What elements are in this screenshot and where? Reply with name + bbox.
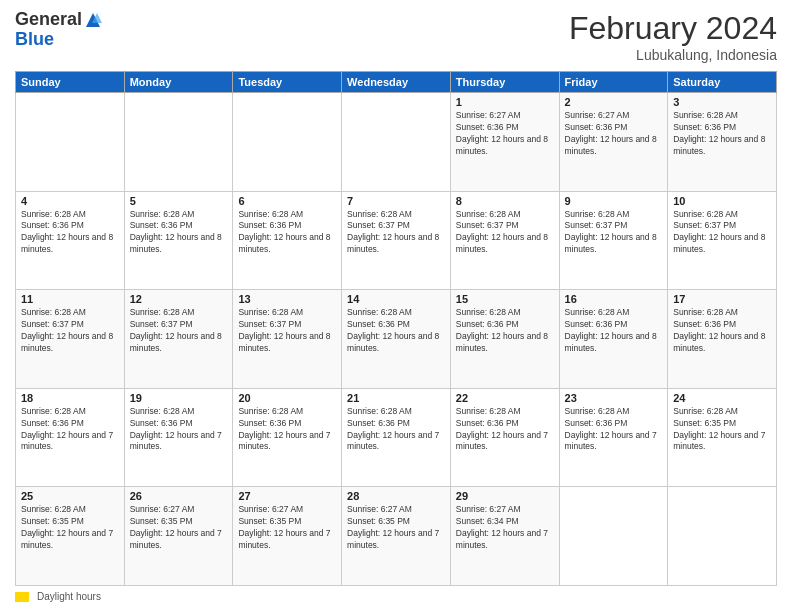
calendar-cell: 3Sunrise: 6:28 AM Sunset: 6:36 PM Daylig… bbox=[668, 93, 777, 192]
day-number: 20 bbox=[238, 392, 336, 404]
cell-sun-info: Sunrise: 6:28 AM Sunset: 6:37 PM Dayligh… bbox=[347, 209, 445, 257]
daylight-icon bbox=[15, 592, 29, 602]
day-header-tuesday: Tuesday bbox=[233, 72, 342, 93]
calendar-cell bbox=[668, 487, 777, 586]
cell-sun-info: Sunrise: 6:27 AM Sunset: 6:35 PM Dayligh… bbox=[238, 504, 336, 552]
cell-sun-info: Sunrise: 6:27 AM Sunset: 6:35 PM Dayligh… bbox=[347, 504, 445, 552]
day-header-sunday: Sunday bbox=[16, 72, 125, 93]
day-number: 8 bbox=[456, 195, 554, 207]
day-header-monday: Monday bbox=[124, 72, 233, 93]
day-header-wednesday: Wednesday bbox=[342, 72, 451, 93]
daylight-label: Daylight hours bbox=[37, 591, 101, 602]
cell-sun-info: Sunrise: 6:28 AM Sunset: 6:36 PM Dayligh… bbox=[238, 209, 336, 257]
day-number: 14 bbox=[347, 293, 445, 305]
calendar-cell: 10Sunrise: 6:28 AM Sunset: 6:37 PM Dayli… bbox=[668, 191, 777, 290]
cell-sun-info: Sunrise: 6:28 AM Sunset: 6:35 PM Dayligh… bbox=[673, 406, 771, 454]
calendar-cell bbox=[233, 93, 342, 192]
calendar-cell: 1Sunrise: 6:27 AM Sunset: 6:36 PM Daylig… bbox=[450, 93, 559, 192]
calendar-cell: 21Sunrise: 6:28 AM Sunset: 6:36 PM Dayli… bbox=[342, 388, 451, 487]
day-number: 22 bbox=[456, 392, 554, 404]
day-number: 25 bbox=[21, 490, 119, 502]
calendar-cell: 29Sunrise: 6:27 AM Sunset: 6:34 PM Dayli… bbox=[450, 487, 559, 586]
cell-sun-info: Sunrise: 6:27 AM Sunset: 6:35 PM Dayligh… bbox=[130, 504, 228, 552]
calendar-cell: 24Sunrise: 6:28 AM Sunset: 6:35 PM Dayli… bbox=[668, 388, 777, 487]
calendar-cell bbox=[124, 93, 233, 192]
header: General Blue February 2024 Lubukalung, I… bbox=[15, 10, 777, 63]
day-number: 16 bbox=[565, 293, 663, 305]
cell-sun-info: Sunrise: 6:28 AM Sunset: 6:36 PM Dayligh… bbox=[347, 307, 445, 355]
day-header-thursday: Thursday bbox=[450, 72, 559, 93]
calendar-cell: 23Sunrise: 6:28 AM Sunset: 6:36 PM Dayli… bbox=[559, 388, 668, 487]
day-number: 13 bbox=[238, 293, 336, 305]
calendar-cell: 17Sunrise: 6:28 AM Sunset: 6:36 PM Dayli… bbox=[668, 290, 777, 389]
calendar-cell: 26Sunrise: 6:27 AM Sunset: 6:35 PM Dayli… bbox=[124, 487, 233, 586]
cell-sun-info: Sunrise: 6:28 AM Sunset: 6:36 PM Dayligh… bbox=[130, 209, 228, 257]
calendar-cell: 8Sunrise: 6:28 AM Sunset: 6:37 PM Daylig… bbox=[450, 191, 559, 290]
calendar-cell: 5Sunrise: 6:28 AM Sunset: 6:36 PM Daylig… bbox=[124, 191, 233, 290]
logo-blue-text: Blue bbox=[15, 30, 102, 50]
calendar-cell: 4Sunrise: 6:28 AM Sunset: 6:36 PM Daylig… bbox=[16, 191, 125, 290]
logo: General Blue bbox=[15, 10, 102, 50]
calendar-cell bbox=[559, 487, 668, 586]
calendar-cell: 22Sunrise: 6:28 AM Sunset: 6:36 PM Dayli… bbox=[450, 388, 559, 487]
calendar-week-row: 11Sunrise: 6:28 AM Sunset: 6:37 PM Dayli… bbox=[16, 290, 777, 389]
cell-sun-info: Sunrise: 6:28 AM Sunset: 6:36 PM Dayligh… bbox=[130, 406, 228, 454]
cell-sun-info: Sunrise: 6:28 AM Sunset: 6:36 PM Dayligh… bbox=[673, 307, 771, 355]
cell-sun-info: Sunrise: 6:28 AM Sunset: 6:36 PM Dayligh… bbox=[565, 307, 663, 355]
logo-icon bbox=[84, 11, 102, 29]
day-number: 26 bbox=[130, 490, 228, 502]
cell-sun-info: Sunrise: 6:28 AM Sunset: 6:36 PM Dayligh… bbox=[565, 406, 663, 454]
page: General Blue February 2024 Lubukalung, I… bbox=[0, 0, 792, 612]
cell-sun-info: Sunrise: 6:28 AM Sunset: 6:36 PM Dayligh… bbox=[21, 209, 119, 257]
calendar-cell: 7Sunrise: 6:28 AM Sunset: 6:37 PM Daylig… bbox=[342, 191, 451, 290]
calendar-cell: 27Sunrise: 6:27 AM Sunset: 6:35 PM Dayli… bbox=[233, 487, 342, 586]
calendar-cell: 16Sunrise: 6:28 AM Sunset: 6:36 PM Dayli… bbox=[559, 290, 668, 389]
day-number: 21 bbox=[347, 392, 445, 404]
calendar-header-row: SundayMondayTuesdayWednesdayThursdayFrid… bbox=[16, 72, 777, 93]
day-number: 4 bbox=[21, 195, 119, 207]
title-block: February 2024 Lubukalung, Indonesia bbox=[569, 10, 777, 63]
day-number: 2 bbox=[565, 96, 663, 108]
day-number: 6 bbox=[238, 195, 336, 207]
location: Lubukalung, Indonesia bbox=[569, 47, 777, 63]
cell-sun-info: Sunrise: 6:28 AM Sunset: 6:36 PM Dayligh… bbox=[456, 307, 554, 355]
calendar-cell: 2Sunrise: 6:27 AM Sunset: 6:36 PM Daylig… bbox=[559, 93, 668, 192]
cell-sun-info: Sunrise: 6:28 AM Sunset: 6:35 PM Dayligh… bbox=[21, 504, 119, 552]
calendar-cell: 9Sunrise: 6:28 AM Sunset: 6:37 PM Daylig… bbox=[559, 191, 668, 290]
calendar-cell bbox=[16, 93, 125, 192]
cell-sun-info: Sunrise: 6:28 AM Sunset: 6:36 PM Dayligh… bbox=[347, 406, 445, 454]
calendar-cell: 15Sunrise: 6:28 AM Sunset: 6:36 PM Dayli… bbox=[450, 290, 559, 389]
cell-sun-info: Sunrise: 6:28 AM Sunset: 6:36 PM Dayligh… bbox=[21, 406, 119, 454]
cell-sun-info: Sunrise: 6:28 AM Sunset: 6:36 PM Dayligh… bbox=[238, 406, 336, 454]
day-number: 7 bbox=[347, 195, 445, 207]
day-number: 9 bbox=[565, 195, 663, 207]
calendar-cell: 14Sunrise: 6:28 AM Sunset: 6:36 PM Dayli… bbox=[342, 290, 451, 389]
calendar-cell: 25Sunrise: 6:28 AM Sunset: 6:35 PM Dayli… bbox=[16, 487, 125, 586]
day-number: 15 bbox=[456, 293, 554, 305]
calendar-cell: 12Sunrise: 6:28 AM Sunset: 6:37 PM Dayli… bbox=[124, 290, 233, 389]
cell-sun-info: Sunrise: 6:27 AM Sunset: 6:34 PM Dayligh… bbox=[456, 504, 554, 552]
day-number: 3 bbox=[673, 96, 771, 108]
cell-sun-info: Sunrise: 6:27 AM Sunset: 6:36 PM Dayligh… bbox=[456, 110, 554, 158]
day-number: 29 bbox=[456, 490, 554, 502]
day-number: 1 bbox=[456, 96, 554, 108]
day-number: 24 bbox=[673, 392, 771, 404]
calendar-cell: 20Sunrise: 6:28 AM Sunset: 6:36 PM Dayli… bbox=[233, 388, 342, 487]
cell-sun-info: Sunrise: 6:28 AM Sunset: 6:36 PM Dayligh… bbox=[456, 406, 554, 454]
day-number: 5 bbox=[130, 195, 228, 207]
cell-sun-info: Sunrise: 6:27 AM Sunset: 6:36 PM Dayligh… bbox=[565, 110, 663, 158]
calendar-week-row: 1Sunrise: 6:27 AM Sunset: 6:36 PM Daylig… bbox=[16, 93, 777, 192]
cell-sun-info: Sunrise: 6:28 AM Sunset: 6:37 PM Dayligh… bbox=[21, 307, 119, 355]
footer: Daylight hours bbox=[15, 591, 777, 602]
calendar-week-row: 4Sunrise: 6:28 AM Sunset: 6:36 PM Daylig… bbox=[16, 191, 777, 290]
day-number: 18 bbox=[21, 392, 119, 404]
calendar-week-row: 25Sunrise: 6:28 AM Sunset: 6:35 PM Dayli… bbox=[16, 487, 777, 586]
calendar-cell: 13Sunrise: 6:28 AM Sunset: 6:37 PM Dayli… bbox=[233, 290, 342, 389]
day-number: 27 bbox=[238, 490, 336, 502]
cell-sun-info: Sunrise: 6:28 AM Sunset: 6:37 PM Dayligh… bbox=[238, 307, 336, 355]
day-number: 19 bbox=[130, 392, 228, 404]
day-number: 28 bbox=[347, 490, 445, 502]
cell-sun-info: Sunrise: 6:28 AM Sunset: 6:37 PM Dayligh… bbox=[673, 209, 771, 257]
calendar-cell: 28Sunrise: 6:27 AM Sunset: 6:35 PM Dayli… bbox=[342, 487, 451, 586]
calendar-cell: 11Sunrise: 6:28 AM Sunset: 6:37 PM Dayli… bbox=[16, 290, 125, 389]
